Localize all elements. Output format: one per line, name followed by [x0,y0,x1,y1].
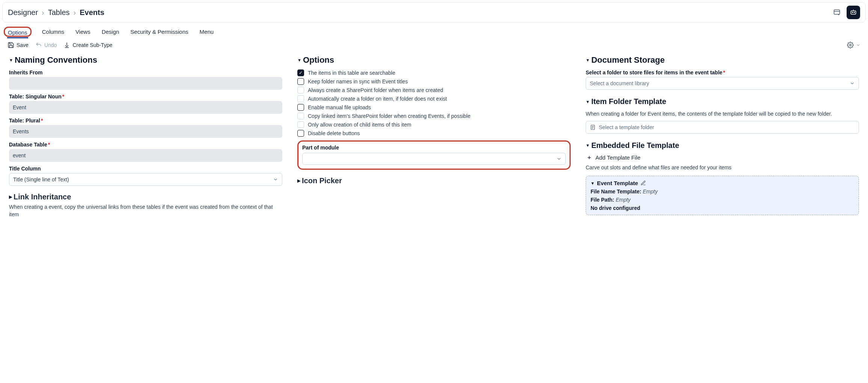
tab-views[interactable]: Views [75,26,91,37]
col-options: Options The items in this table are sear… [297,55,571,218]
module-select[interactable] [302,153,566,165]
undo-icon [35,42,42,48]
checkbox[interactable] [297,78,304,85]
template-folder-select[interactable]: Select a template folder [586,121,859,134]
tabs: Options Columns Views Design Security & … [0,26,868,37]
subtype-label: Create Sub-Type [72,42,112,48]
crumb-tables[interactable]: Tables [48,8,70,17]
add-template-label: Add Template File [595,154,640,161]
doc-library-select[interactable]: Select a document library [586,77,859,90]
save-button[interactable]: Save [8,42,29,48]
titlecol-label: Title Column [9,166,282,172]
embedded-desc: Carve out slots and define what files ar… [586,164,859,172]
check-auto-create-folder: Automatically create a folder on item, i… [297,95,571,102]
embedded-title-text: Embedded File Template [591,141,679,150]
checkbox[interactable] [297,69,304,76]
link-inherit-title-text: Link Inheritance [14,193,71,201]
chevron-down-icon [856,43,860,47]
save-label: Save [17,42,29,48]
gear-icon [847,42,854,48]
check-label: Only allow creation of child items of th… [308,122,411,128]
link-inherit-desc: When creating a event, copy the universa… [9,204,282,218]
checkbox[interactable] [297,130,304,137]
naming-title[interactable]: Naming Conventions [9,55,282,65]
titlecol-select[interactable]: Title (Single line of Text) [9,173,282,186]
plural-label: Table: Plural* [9,118,282,124]
plus-icon: ＋ [586,154,592,161]
col-naming: Naming Conventions Inherits From Table: … [9,55,282,218]
tpl-nodrive: No drive configured [591,205,854,211]
settings-menu[interactable] [847,42,860,48]
tab-security[interactable]: Security & Permissions [130,26,189,37]
highlight-options-tab: Options [4,27,32,37]
undo-button[interactable]: Undo [35,42,57,48]
chevron-right-icon: › [74,8,76,17]
inherits-input[interactable] [9,77,282,90]
checkbox[interactable] [297,121,304,128]
plural-input[interactable] [9,125,282,138]
checkbox[interactable] [297,87,304,93]
check-manual-uploads: Enable manual file uploads [297,104,571,111]
item-folder-desc: When creating a folder for Event items, … [586,110,859,118]
top-icons [831,6,860,19]
tab-design[interactable]: Design [101,26,120,37]
options-title[interactable]: Options [297,55,571,65]
doc-storage-title[interactable]: Document Storage [586,55,859,65]
link-inherit-title[interactable]: Link Inheritance [9,193,282,201]
dbtable-input[interactable] [9,149,282,162]
embedded-title[interactable]: Embedded File Template [586,141,859,150]
checkbox[interactable] [297,95,304,102]
tab-options[interactable]: Options [7,27,28,38]
collapse-icon [586,143,590,148]
tpl-fname: File Name Template: Empty [591,188,854,195]
top-bar: Designer › Tables › Events [2,2,866,23]
collapse-icon [586,58,590,62]
check-disable-delete: Disable delete buttons [297,130,571,137]
assistant-icon[interactable] [847,6,860,19]
svg-point-2 [852,12,853,13]
doc-select-label: Select a folder to store files for items… [586,69,859,75]
chevron-down-icon [850,81,855,86]
svg-point-3 [854,12,854,13]
collapse-icon [591,181,595,185]
chevron-down-icon [556,156,562,161]
template-folder-placeholder: Select a template folder [599,124,654,130]
svg-point-4 [850,44,851,46]
subtype-icon [63,42,70,48]
chevron-down-icon [273,177,278,182]
expand-icon [9,195,12,199]
create-subtype-button[interactable]: Create Sub-Type [63,42,112,48]
expand-icon [297,178,300,183]
edit-icon[interactable] [640,180,646,186]
crumb-events: Events [80,8,104,17]
check-label: Disable delete buttons [308,130,360,136]
breadcrumb: Designer › Tables › Events [8,8,104,17]
crumb-designer[interactable]: Designer [8,8,38,17]
svg-rect-1 [851,11,856,14]
chevron-right-icon: › [42,8,44,17]
check-label: Enable manual file uploads [308,104,371,110]
item-folder-title-text: Item Folder Template [591,97,666,106]
undo-label: Undo [44,42,57,48]
highlight-module: Part of module [297,140,571,170]
tab-columns[interactable]: Columns [41,26,65,37]
options-title-text: Options [303,55,334,65]
item-folder-title[interactable]: Item Folder Template [586,97,859,106]
check-searchable: The items in this table are searchable [297,69,571,76]
icon-picker-title[interactable]: Icon Picker [297,176,571,185]
add-template-button[interactable]: ＋ Add Template File [586,154,859,161]
layout-icon[interactable] [831,6,843,18]
checkbox[interactable] [297,113,304,119]
collapse-icon [586,100,590,104]
tpl-header[interactable]: Event Template [591,180,854,186]
titlecol-value: Title (Single line of Text) [13,176,69,182]
action-row: Save Undo Create Sub-Type [0,37,868,51]
icon-picker-title-text: Icon Picker [302,176,342,185]
svg-rect-0 [834,10,840,14]
naming-title-text: Naming Conventions [15,55,97,65]
checkbox[interactable] [297,104,304,111]
tab-menu[interactable]: Menu [199,26,215,37]
singular-input[interactable] [9,101,282,114]
check-label: Copy linked item's SharePoint folder whe… [308,113,470,119]
action-left: Save Undo Create Sub-Type [8,42,112,48]
